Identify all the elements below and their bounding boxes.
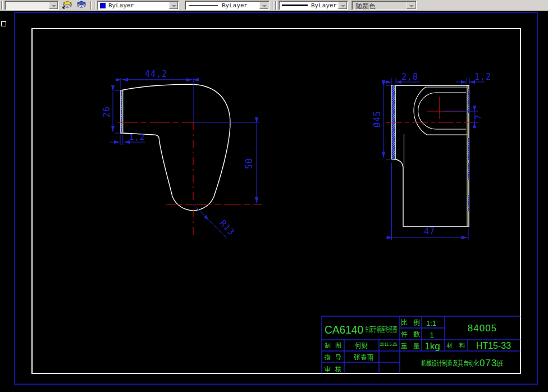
layers-blue-icon <box>75 1 88 9</box>
drawing-canvas[interactable] <box>0 12 548 392</box>
toolbar-separator <box>272 1 273 10</box>
toolbar-separator <box>90 1 92 10</box>
color-combo-value: ByLayer <box>108 2 134 9</box>
toolbar-separator <box>275 1 277 10</box>
plotstyle-combo[interactable]: 随颜色 <box>351 1 417 10</box>
linetype-sample <box>189 5 218 6</box>
linetype-combo[interactable]: ByLayer <box>185 1 270 10</box>
bylayer-color-swatch <box>100 3 106 8</box>
toolbar-separator <box>1 1 3 10</box>
object-properties-toolbar: ByLayer ByLayer ByLayer 随颜色 <box>0 0 548 11</box>
chevron-down-icon[interactable] <box>49 2 58 9</box>
make-layer-current-button[interactable] <box>61 1 74 10</box>
toolbar-separator <box>94 1 95 10</box>
chevron-down-icon <box>407 2 415 9</box>
chevron-down-icon[interactable] <box>169 2 178 9</box>
layer-combo[interactable] <box>4 1 59 10</box>
lineweight-sample <box>282 4 308 6</box>
layer-previous-button[interactable] <box>75 1 88 10</box>
layers-yellow-icon <box>61 1 74 9</box>
linetype-combo-value: ByLayer <box>222 2 248 9</box>
chevron-down-icon[interactable] <box>259 2 268 9</box>
color-combo[interactable]: ByLayer <box>97 1 179 10</box>
chevron-down-icon[interactable] <box>338 2 347 9</box>
canvas-marker-square <box>1 21 6 26</box>
lineweight-combo-value: ByLayer <box>311 2 337 9</box>
plotstyle-combo-value: 随颜色 <box>355 2 376 11</box>
lineweight-combo[interactable]: ByLayer <box>278 1 348 10</box>
